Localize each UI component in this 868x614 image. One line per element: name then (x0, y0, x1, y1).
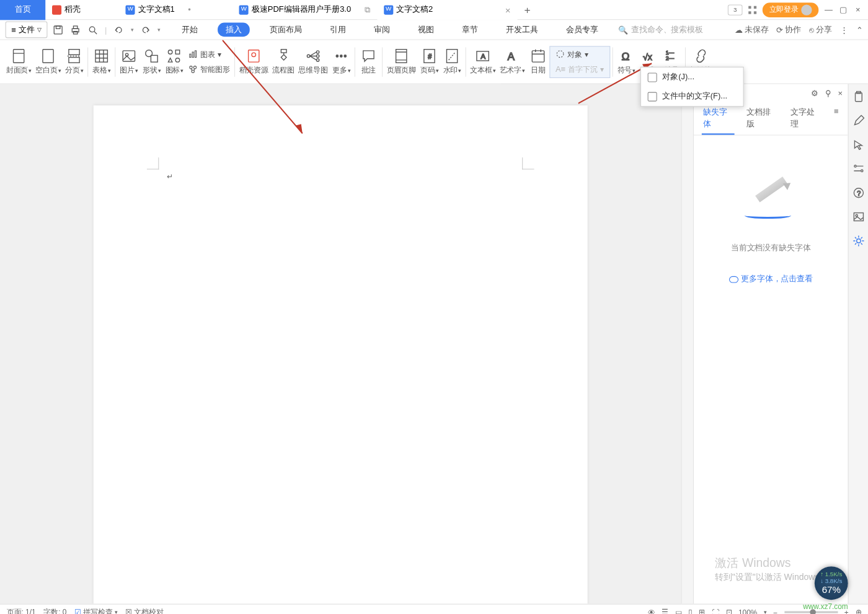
close-tab-icon[interactable]: × (505, 4, 511, 15)
more-menu-icon[interactable]: ⋮ (840, 25, 848, 34)
picture-button[interactable]: 图片▾ (118, 48, 141, 76)
print-icon[interactable] (70, 24, 81, 35)
page-break-button[interactable]: 分页▾ (63, 48, 86, 76)
panel-pin-icon[interactable]: ⚲ (825, 89, 831, 98)
cover-page-button[interactable]: 封面页▾ (4, 48, 33, 76)
zoom-slider[interactable] (784, 611, 838, 613)
fit-icon[interactable]: ⊡ (726, 608, 732, 614)
resource-button[interactable]: 稻壳资源 (237, 48, 270, 76)
file-menu[interactable]: ≡ 文件 ▽ (6, 21, 48, 38)
insert-object-item[interactable]: 对象(J)... (641, 68, 743, 87)
tab-doc1[interactable]: 文字文稿1 • (119, 0, 232, 20)
mtab-member[interactable]: 会员专享 (558, 23, 606, 37)
ts-clipboard-icon[interactable] (852, 90, 864, 102)
mtab-insert[interactable]: 插入 (218, 23, 250, 37)
login-button[interactable]: 立即登录 (763, 2, 818, 17)
share-button[interactable]: ⎋ 分享 (809, 24, 832, 35)
undo-dropdown[interactable]: ▾ (131, 27, 133, 33)
watermark-button[interactable]: 水印▾ (441, 48, 464, 76)
mtab-reference[interactable]: 引用 (322, 23, 354, 37)
svg-point-67 (557, 51, 564, 58)
ts-help-icon[interactable]: ? (852, 187, 864, 199)
minimize-button[interactable]: — (824, 5, 833, 14)
maximize-button[interactable]: ▢ (839, 5, 848, 14)
object-button[interactable]: 对象▾ (553, 48, 607, 60)
header-footer-button[interactable]: 页眉页脚 (384, 48, 418, 76)
spellcheck-toggle[interactable]: ☑拼写检查▾ (74, 607, 117, 614)
view-read-icon[interactable]: ▭ (675, 608, 682, 614)
mtab-review[interactable]: 审阅 (366, 23, 398, 37)
collapse-ribbon-icon[interactable]: ⌃ (856, 25, 863, 34)
page-indicator[interactable]: 页面: 1/1 (7, 607, 36, 614)
dropcap-button[interactable]: A≡首字下沉▾ (553, 63, 607, 76)
chart-button[interactable]: 图表▾ (185, 48, 232, 60)
doc-check[interactable]: ☒文档校对 (125, 607, 163, 614)
tab-home[interactable]: 首页 (0, 0, 45, 20)
zoom-value[interactable]: 100% (738, 608, 757, 614)
close-button[interactable]: × (853, 5, 862, 14)
best-fit-icon[interactable]: ⊕ (856, 608, 862, 614)
ts-image-icon[interactable] (852, 211, 864, 222)
mtab-devtools[interactable]: 开发工具 (498, 23, 547, 37)
blank-page-button[interactable]: 空白页▾ (33, 48, 63, 76)
redo-icon[interactable] (140, 24, 151, 35)
mtab-start[interactable]: 开始 (174, 23, 206, 37)
view-fullscreen-icon[interactable]: ⛶ (712, 608, 719, 614)
svg-rect-3 (754, 11, 756, 14)
mindmap-button[interactable]: 思维导图 (296, 48, 330, 76)
text-from-file-item[interactable]: 文件中的文字(F)... (641, 87, 743, 106)
undo-icon[interactable] (113, 24, 124, 35)
zoom-out-button[interactable]: − (773, 608, 777, 614)
smartart-button[interactable]: 智能图形 (185, 63, 232, 76)
tab-daoke[interactable]: 稻壳 (45, 0, 118, 20)
svg-rect-27 (175, 50, 179, 54)
preview-icon[interactable] (87, 24, 98, 35)
page-number-button[interactable]: #页码▾ (418, 48, 441, 76)
mtab-section[interactable]: 章节 (454, 23, 486, 37)
svg-point-52 (344, 55, 346, 57)
panel-close-icon[interactable]: × (838, 89, 843, 98)
table-button[interactable]: 表格▾ (90, 48, 113, 76)
shape-button[interactable]: 形状▾ (140, 48, 163, 76)
tab-missing-fonts[interactable]: 缺失字体 (702, 103, 735, 135)
ts-gear-icon[interactable] (852, 235, 864, 247)
word-count[interactable]: 字数: 0 (43, 607, 66, 614)
mtab-view[interactable]: 视图 (410, 23, 442, 37)
mtab-layout[interactable]: 页面布局 (262, 23, 310, 37)
tab-doc2-active[interactable]: 文字文稿2 × (377, 0, 517, 20)
document-area[interactable]: ↵ (0, 84, 681, 604)
tab-text-process[interactable]: 文字处理 (789, 103, 822, 135)
skin-indicator[interactable]: 3 (728, 4, 743, 15)
eye-icon[interactable]: 👁 (648, 608, 655, 614)
panel-settings-icon[interactable]: ⚙ (811, 89, 818, 98)
ts-select-icon[interactable] (852, 139, 864, 151)
wordart-button[interactable]: A艺术字▾ (497, 48, 526, 76)
unsaved-indicator[interactable]: ☁ 未保存 (735, 24, 769, 35)
icon-button[interactable]: 图标▾ (163, 48, 186, 76)
save-icon[interactable] (53, 24, 63, 35)
flowchart-button[interactable]: 流程图 (270, 48, 296, 76)
redo-dropdown[interactable]: ▾ (157, 27, 160, 33)
comment-button[interactable]: 批注 (357, 48, 380, 76)
avatar-icon (801, 4, 812, 15)
more-button[interactable]: 更多▾ (330, 48, 353, 76)
ts-settings-icon[interactable] (852, 163, 864, 175)
more-fonts-link[interactable]: 更多字体，点击查看 (728, 274, 813, 285)
collab-button[interactable]: ⟳ 协作 (776, 24, 801, 35)
date-button[interactable]: 日期 (527, 48, 550, 76)
symbol-button[interactable]: Ω符号▾ (615, 48, 638, 76)
document-page[interactable]: ↵ (94, 105, 588, 603)
ts-pen-icon[interactable] (852, 115, 864, 126)
command-search[interactable]: 🔍 查找命令、搜索模板 (618, 24, 703, 35)
panel-menu-icon[interactable]: ≡ (833, 103, 840, 135)
tab-layout[interactable]: 文档排版 (745, 103, 778, 135)
svg-text:#: # (428, 53, 432, 60)
margin-corner-tl (147, 157, 159, 169)
view-web-icon[interactable]: ⊞ (699, 608, 705, 614)
view-outline-icon[interactable]: ☰ (662, 608, 668, 614)
app-grid-icon[interactable] (748, 5, 757, 14)
textbox-button[interactable]: A文本框▾ (468, 48, 497, 76)
tab-pdf-manual[interactable]: 极速PDF编辑器用户手册3.0 ⧉ (232, 0, 377, 20)
view-page-icon[interactable]: ▯ (688, 608, 692, 614)
new-tab-button[interactable]: + (517, 4, 537, 15)
